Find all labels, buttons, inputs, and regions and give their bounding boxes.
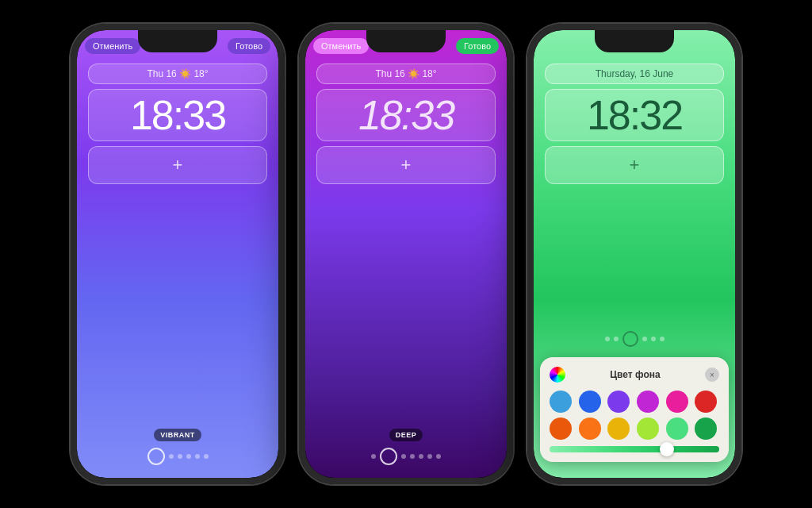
add-widget-1[interactable]: + (88, 146, 267, 184)
dot-2-0[interactable] (371, 454, 376, 459)
dot-3-1[interactable] (614, 337, 619, 341)
iphone-vibrant: Отменить Готово Thu 16 ☀️ 18° 18:33 + VI… (71, 24, 285, 484)
bottom-area-3 (534, 331, 735, 347)
dot-2-2[interactable] (401, 454, 406, 459)
cancel-button-1[interactable]: Отменить (85, 38, 140, 54)
bottom-area-1: VIBRANT (77, 429, 278, 465)
done-button-2[interactable]: Готово (456, 38, 499, 54)
dots-row-1 (147, 448, 209, 465)
color-swatch-blue[interactable] (579, 391, 601, 413)
dot-3-5[interactable] (660, 337, 665, 341)
close-button[interactable]: × (705, 368, 719, 382)
date-widget-3[interactable]: Thursday, 16 June (545, 64, 724, 84)
dots-row-2 (371, 448, 441, 465)
widgets-2: Thu 16 ☀️ 18° 18:33 + (316, 64, 496, 184)
dot-2-active[interactable] (380, 448, 397, 465)
dot-2[interactable] (178, 454, 182, 459)
iphone-deep: Отменить Готово Thu 16 ☀️ 18° 18:33 + DE… (299, 24, 513, 484)
done-button-1[interactable]: Готово (228, 38, 270, 54)
color-swatch-purple[interactable] (607, 391, 630, 413)
dot-1[interactable] (169, 454, 174, 459)
cancel-button-2[interactable]: Отменить (313, 38, 369, 54)
style-label-1: VIBRANT (154, 429, 201, 441)
notch-1 (138, 30, 217, 52)
time-widget-2[interactable]: 18:33 (316, 89, 496, 141)
color-slider[interactable] (550, 446, 719, 452)
notch-2 (366, 30, 446, 52)
color-swatch-yellow[interactable] (607, 418, 630, 440)
dots-row-3 (605, 331, 665, 347)
dot-active-1[interactable] (147, 448, 165, 465)
date-widget-2[interactable]: Thu 16 ☀️ 18° (316, 64, 496, 84)
color-swatch-pink[interactable] (666, 391, 688, 413)
color-swatch-blue-light[interactable] (550, 391, 572, 413)
color-swatch-orange-red[interactable] (550, 418, 572, 440)
slider-thumb[interactable] (660, 442, 674, 456)
dot-5[interactable] (204, 454, 209, 459)
picker-header: Цвет фона × (550, 367, 719, 383)
color-swatch-lime[interactable] (637, 418, 659, 440)
slider-row (550, 446, 719, 452)
date-widget-1[interactable]: Thu 16 ☀️ 18° (88, 64, 267, 84)
widgets-1: Thu 16 ☀️ 18° 18:33 + (88, 64, 267, 184)
dot-3-3[interactable] (642, 337, 647, 341)
color-swatch-green[interactable] (695, 418, 717, 440)
iphone-green: Thursday, 16 June 18:32 + Цвет фона × (527, 24, 741, 484)
style-label-2: DEEP (389, 429, 423, 441)
dot-3-4[interactable] (651, 337, 656, 341)
dot-2-3[interactable] (410, 454, 415, 459)
color-picker-popup: Цвет фона × (540, 357, 729, 462)
bottom-area-2: DEEP (305, 429, 507, 465)
dot-2-4[interactable] (419, 454, 423, 459)
time-widget-3[interactable]: 18:32 (545, 89, 724, 141)
color-swatch-orange[interactable] (579, 418, 601, 440)
dot-3[interactable] (186, 454, 191, 459)
color-swatch-green-light[interactable] (666, 418, 688, 440)
color-swatch-red[interactable] (695, 391, 717, 413)
dot-2-6[interactable] (436, 454, 441, 459)
dot-2-5[interactable] (427, 454, 432, 459)
dot-3-active[interactable] (622, 331, 638, 347)
add-widget-3[interactable]: + (545, 146, 724, 184)
widgets-3: Thursday, 16 June 18:32 + (545, 64, 724, 184)
add-widget-2[interactable]: + (316, 146, 496, 184)
color-swatch-magenta[interactable] (637, 391, 659, 413)
picker-title: Цвет фона (565, 369, 705, 380)
color-grid (550, 391, 719, 440)
notch-3 (595, 30, 674, 52)
color-wheel-icon[interactable] (550, 367, 565, 383)
dot-4[interactable] (195, 454, 200, 459)
dot-3-0[interactable] (605, 337, 610, 341)
time-widget-1[interactable]: 18:33 (88, 89, 267, 141)
